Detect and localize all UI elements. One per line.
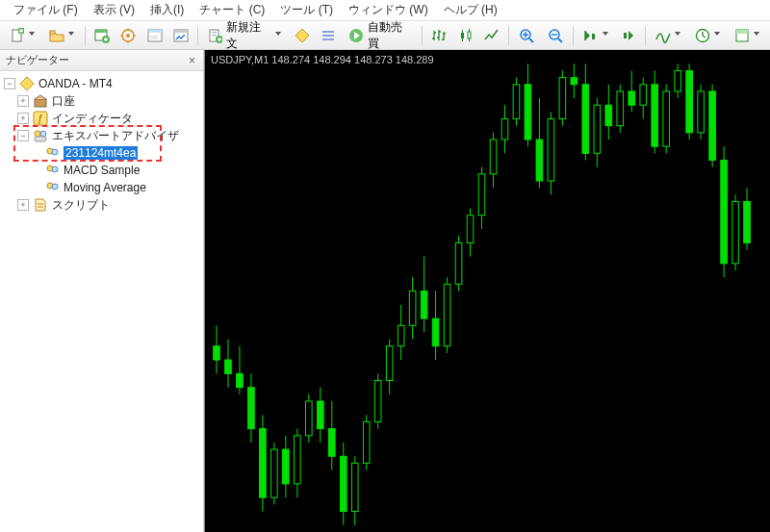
tree-expert-item-1[interactable]: MACD Sample [2, 162, 201, 179]
toolbar-separator [422, 26, 423, 45]
svg-rect-115 [629, 91, 635, 105]
document-plus-icon [10, 28, 25, 43]
svg-rect-135 [744, 201, 751, 242]
profiles-button[interactable] [43, 24, 81, 47]
terminal-button[interactable] [142, 24, 167, 47]
line-chart-button[interactable] [479, 24, 503, 47]
expand-icon[interactable]: + [17, 199, 29, 211]
svg-rect-123 [675, 70, 681, 90]
svg-point-33 [35, 131, 40, 137]
zoom-out-icon [548, 28, 563, 43]
chart-window[interactable]: USDJPY,M1 148.274 148.294 148.273 148.28… [204, 50, 770, 532]
menu-tools[interactable]: ツール (T) [272, 0, 341, 20]
tree-accounts-label: 口座 [52, 93, 75, 110]
auto-trade-button[interactable]: 自動売買 [343, 24, 419, 47]
new-chart-button[interactable] [4, 24, 41, 47]
menu-chart[interactable]: チャート (C) [192, 0, 272, 20]
scripts-icon [33, 197, 48, 213]
periods-button[interactable] [689, 24, 727, 47]
shift-icon [621, 28, 636, 43]
svg-rect-81 [432, 318, 439, 346]
accounts-icon [33, 93, 48, 109]
svg-rect-9 [148, 30, 162, 33]
tree-experts-label: エキスパートアドバイザ [52, 128, 179, 144]
menu-window[interactable]: ウィンドウ (W) [341, 0, 436, 20]
svg-rect-87 [467, 215, 474, 243]
indicators-icon: ƒ [33, 111, 48, 126]
tree-indicators[interactable]: + ƒ インディケータ [2, 110, 201, 127]
toolbar-separator [508, 26, 509, 45]
svg-rect-26 [624, 33, 627, 38]
tree-indicators-label: インディケータ [52, 111, 133, 127]
svg-rect-15 [212, 35, 217, 36]
svg-rect-69 [363, 421, 370, 463]
indicators-button[interactable] [650, 24, 687, 47]
svg-rect-22 [468, 32, 471, 38]
folder-icon [49, 28, 64, 43]
chart-shift-button[interactable] [617, 24, 641, 47]
expand-icon[interactable]: + [17, 113, 29, 124]
chevron-down-icon [714, 32, 721, 38]
workspace: ナビゲーター × − OANDA - MT4 + 口座 + ƒ インディケータ [0, 50, 770, 532]
tree-root[interactable]: − OANDA - MT4 [2, 75, 201, 92]
collapse-icon[interactable]: − [17, 130, 29, 141]
menu-file[interactable]: ファイル (F) [6, 0, 86, 20]
tree-experts[interactable]: − エキスパートアドバイザ [2, 127, 201, 144]
svg-rect-53 [271, 449, 278, 497]
list-icon [321, 28, 336, 43]
metaeditor-button[interactable] [290, 24, 314, 47]
svg-rect-61 [318, 401, 324, 429]
svg-rect-99 [536, 139, 543, 181]
tree-accounts[interactable]: + 口座 [2, 92, 201, 110]
svg-rect-85 [455, 242, 462, 284]
collapse-icon[interactable]: − [4, 78, 15, 89]
svg-rect-103 [559, 78, 566, 119]
svg-rect-121 [663, 91, 670, 146]
menu-view[interactable]: 表示 (V) [86, 0, 142, 20]
svg-rect-25 [592, 34, 595, 39]
svg-rect-91 [490, 139, 497, 174]
auto-trade-label: 自動売買 [368, 19, 413, 52]
bar-chart-button[interactable] [426, 24, 450, 47]
tree-expert-item-0[interactable]: 231124mt4ea [2, 144, 201, 162]
templates-button[interactable] [729, 24, 766, 47]
svg-rect-63 [328, 429, 335, 457]
options-button[interactable] [316, 24, 340, 47]
play-green-icon [348, 28, 364, 43]
indicator-icon [655, 28, 671, 43]
candle-chart-button[interactable] [453, 24, 477, 47]
menu-help[interactable]: ヘルプ (H) [436, 0, 505, 20]
svg-rect-35 [35, 137, 46, 141]
tester-button[interactable] [168, 24, 192, 47]
svg-rect-93 [501, 119, 508, 139]
svg-rect-29 [736, 30, 748, 34]
candlestick-icon [458, 28, 474, 43]
auto-scroll-button[interactable] [578, 24, 615, 47]
new-order-button[interactable]: 新規注文 [202, 24, 288, 47]
tree-expert-item-2[interactable]: Moving Average [2, 179, 201, 196]
tree-expert-item-2-label: Moving Average [64, 181, 146, 194]
tree-scripts[interactable]: + スクリプト [2, 196, 201, 214]
market-watch-button[interactable] [90, 24, 114, 47]
chevron-down-icon [675, 32, 681, 38]
expand-icon[interactable]: + [17, 95, 29, 107]
target-icon [120, 28, 136, 43]
svg-rect-19 [322, 38, 334, 40]
close-icon[interactable]: × [185, 54, 199, 67]
svg-rect-55 [283, 449, 290, 484]
line-chart-icon [484, 28, 500, 43]
navigator-button[interactable] [116, 24, 140, 47]
menu-insert[interactable]: 挿入(I) [142, 0, 192, 20]
svg-rect-65 [340, 456, 346, 511]
chart-window-icon [173, 28, 189, 43]
svg-rect-133 [732, 201, 739, 263]
svg-point-39 [52, 166, 58, 172]
expert-icon [44, 180, 60, 195]
zoom-in-button[interactable] [513, 24, 540, 47]
zoom-out-button[interactable] [542, 24, 569, 47]
terminal-window-icon [147, 28, 163, 43]
tree-root-label: OANDA - MT4 [38, 77, 113, 90]
bar-chart-icon [431, 28, 447, 43]
navigator-title: ナビゲーター [6, 53, 69, 67]
chevron-down-icon [29, 32, 36, 38]
